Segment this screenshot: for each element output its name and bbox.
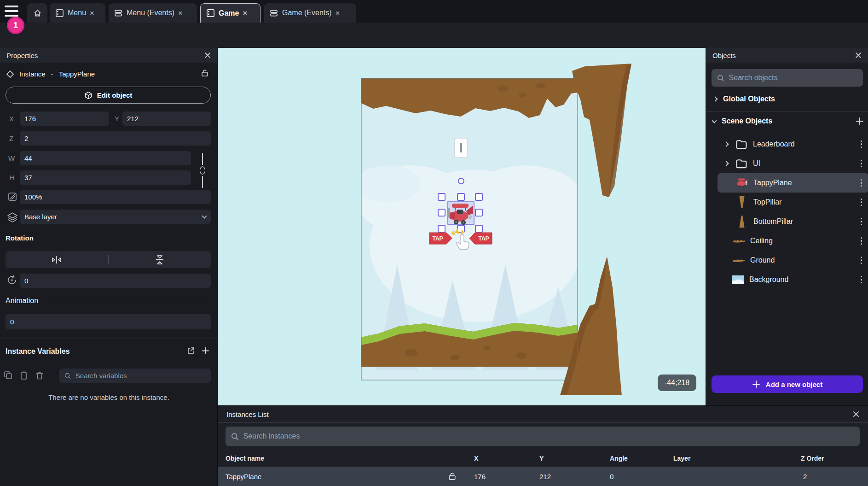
flip-horizontal-button[interactable] bbox=[6, 255, 108, 264]
close-icon[interactable]: × bbox=[243, 9, 247, 17]
column-object-name[interactable]: Object name bbox=[226, 455, 264, 462]
object-item-tappyplane[interactable]: TappyPlane bbox=[718, 173, 868, 193]
object-item-ui[interactable]: UI bbox=[706, 154, 868, 173]
instance-name: TappyPlane bbox=[59, 70, 95, 78]
column-y[interactable]: Y bbox=[539, 455, 544, 462]
tab-menu-events[interactable]: Menu (Events) × bbox=[109, 3, 197, 23]
properties-panel: Properties Instance - TappyPlane Edit ob… bbox=[0, 48, 218, 486]
tab-game[interactable]: Game × bbox=[200, 3, 260, 23]
objects-search-input[interactable] bbox=[729, 74, 857, 82]
wh-link-chain-icon[interactable] bbox=[199, 166, 206, 175]
copy-icon[interactable] bbox=[4, 371, 13, 380]
properties-title: Properties bbox=[6, 52, 38, 59]
opacity-input[interactable] bbox=[24, 193, 206, 201]
add-variable-icon[interactable] bbox=[201, 346, 210, 355]
object-item-background[interactable]: Background bbox=[706, 270, 868, 289]
scene-render[interactable]: TAP TAP bbox=[218, 48, 706, 405]
object-label: TappyPlane bbox=[753, 179, 861, 187]
instances-search-input[interactable] bbox=[243, 432, 854, 440]
close-icon[interactable]: × bbox=[90, 9, 94, 17]
object-menu-icon[interactable] bbox=[861, 218, 862, 226]
object-menu-icon[interactable] bbox=[861, 141, 862, 148]
wh-link-line-bottom bbox=[202, 176, 203, 188]
lock-open-icon[interactable] bbox=[201, 69, 209, 77]
add-object-plus-icon[interactable] bbox=[855, 117, 864, 126]
tab-home[interactable] bbox=[27, 3, 47, 23]
objects-search[interactable] bbox=[712, 69, 863, 87]
object-cube-icon bbox=[84, 91, 93, 100]
object-item-bottompillar[interactable]: BottomPillar bbox=[706, 212, 868, 231]
x-field[interactable] bbox=[20, 111, 109, 126]
object-menu-icon[interactable] bbox=[861, 237, 862, 245]
notification-badge[interactable]: 1 bbox=[7, 17, 24, 34]
instance-table-row[interactable]: TappyPlane 176 212 0 2 bbox=[218, 467, 868, 486]
w-input[interactable] bbox=[24, 154, 186, 162]
h-field[interactable] bbox=[20, 170, 191, 185]
h-input[interactable] bbox=[24, 174, 186, 182]
separator: - bbox=[51, 70, 53, 78]
scene-objects-group[interactable]: Scene Objects bbox=[712, 117, 772, 125]
lock-open-icon[interactable] bbox=[448, 472, 457, 480]
flip-vertical-button[interactable] bbox=[109, 254, 211, 265]
chevron-down-icon bbox=[712, 118, 717, 123]
y-field[interactable] bbox=[122, 111, 211, 126]
layer-select[interactable]: Base layer bbox=[20, 210, 211, 224]
instance-name-cell: TappyPlane bbox=[226, 473, 261, 480]
rotate-handle[interactable] bbox=[458, 178, 464, 184]
w-field[interactable] bbox=[20, 151, 191, 165]
animation-input[interactable] bbox=[10, 318, 206, 326]
z-field[interactable] bbox=[20, 131, 211, 146]
column-angle[interactable]: Angle bbox=[610, 455, 628, 462]
scene-canvas[interactable]: TAP TAP -44;218 bbox=[218, 48, 706, 405]
close-icon[interactable] bbox=[853, 411, 859, 417]
object-menu-icon[interactable] bbox=[861, 199, 862, 206]
note-card-sprite[interactable] bbox=[455, 138, 467, 158]
object-menu-icon[interactable] bbox=[861, 276, 862, 284]
column-x[interactable]: X bbox=[474, 455, 478, 462]
y-input[interactable] bbox=[127, 115, 206, 123]
object-menu-icon[interactable] bbox=[861, 257, 862, 264]
object-item-toppillar[interactable]: TopPillar bbox=[706, 193, 868, 212]
add-object-label: Add a new object bbox=[766, 381, 822, 388]
instances-header: Instances List bbox=[218, 406, 868, 423]
close-icon[interactable] bbox=[855, 52, 862, 59]
edit-object-button[interactable]: Edit object bbox=[6, 87, 211, 104]
rotation-input[interactable] bbox=[24, 277, 206, 285]
tap-label: TAP bbox=[432, 235, 443, 242]
bottom-pillar-thumbnail-icon bbox=[736, 216, 748, 228]
tab-bar: Menu × Menu (Events) × Game × Game (Even… bbox=[0, 0, 868, 23]
object-label: Ground bbox=[750, 256, 861, 264]
close-icon[interactable]: × bbox=[178, 9, 183, 17]
variables-search-input[interactable] bbox=[75, 372, 205, 380]
x-input[interactable] bbox=[24, 115, 104, 123]
object-item-ceiling[interactable]: Ceiling bbox=[706, 231, 868, 251]
add-new-object-button[interactable]: Add a new object bbox=[712, 375, 863, 393]
column-layer[interactable]: Layer bbox=[673, 455, 690, 462]
object-item-leaderboard[interactable]: Leaderboard bbox=[706, 135, 868, 154]
instance-diamond-icon bbox=[6, 70, 14, 78]
hamburger-menu-icon[interactable] bbox=[5, 6, 18, 17]
animation-field[interactable] bbox=[6, 314, 211, 329]
top-pillar-thumbnail-icon bbox=[736, 196, 748, 208]
z-input[interactable] bbox=[24, 135, 206, 142]
opacity-field[interactable] bbox=[20, 190, 211, 204]
plane-thumbnail-icon bbox=[736, 177, 748, 189]
close-icon[interactable]: × bbox=[336, 9, 340, 17]
column-z-order[interactable]: Z Order bbox=[801, 455, 824, 462]
objects-title: Objects bbox=[712, 52, 736, 59]
object-menu-icon[interactable] bbox=[861, 160, 862, 168]
events-icon bbox=[114, 9, 123, 18]
variables-search[interactable] bbox=[59, 369, 211, 383]
object-item-ground[interactable]: Ground bbox=[706, 251, 868, 270]
object-label: Background bbox=[749, 275, 861, 284]
paste-icon[interactable] bbox=[19, 371, 29, 380]
tab-game-events[interactable]: Game (Events) × bbox=[264, 3, 356, 23]
instances-search[interactable] bbox=[226, 427, 860, 446]
object-menu-icon[interactable] bbox=[861, 179, 862, 187]
delete-variable-icon[interactable] bbox=[35, 371, 44, 380]
close-icon[interactable] bbox=[204, 52, 211, 59]
rotation-field[interactable] bbox=[20, 274, 211, 288]
open-external-icon[interactable] bbox=[186, 346, 195, 355]
global-objects-group[interactable]: Global Objects bbox=[713, 95, 775, 103]
tab-menu[interactable]: Menu × bbox=[50, 3, 105, 23]
